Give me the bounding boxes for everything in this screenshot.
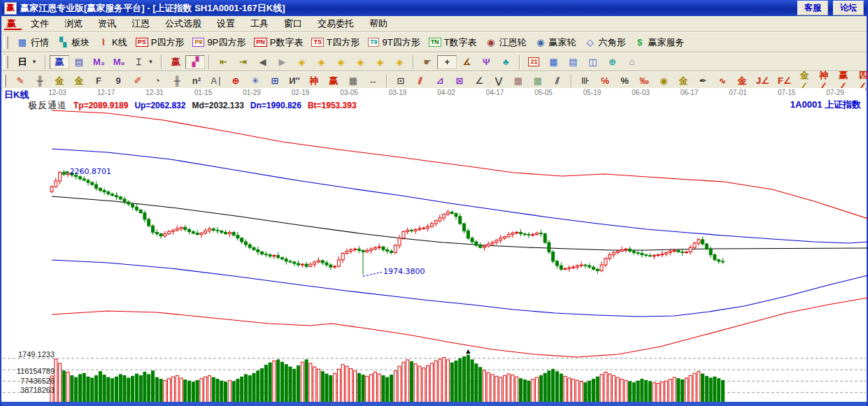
spider-web-button[interactable]: ✳ xyxy=(246,74,265,88)
winner-wheel-button[interactable]: ◉赢家轮 xyxy=(531,35,581,50)
time-cycle-button[interactable]: ◔ xyxy=(148,74,167,88)
draw-pen-button[interactable]: ✎ xyxy=(10,74,30,88)
zigzag-wave-button[interactable]: ⋁ xyxy=(489,74,508,88)
gann-tool-button[interactable]: Ψ xyxy=(476,55,496,69)
calendar-button[interactable]: 21 xyxy=(524,56,543,68)
percent-line-button[interactable]: ℅ xyxy=(595,74,615,88)
gold-fence-1-button[interactable]: 金 xyxy=(50,74,69,88)
ink-marker-button[interactable]: ✒ xyxy=(693,74,713,88)
fan-lines-button[interactable]: ⫽ xyxy=(411,74,430,88)
p-square-button[interactable]: PSP四方形 xyxy=(131,35,189,50)
minute-3-button[interactable]: M₃ xyxy=(89,55,109,69)
forum-button[interactable]: 论坛 xyxy=(833,1,864,15)
chart-panel[interactable]: 极反通道 Tp=2089.9189Up=2062.832Md=2032.133D… xyxy=(3,99,865,402)
chart-canvas[interactable]: ▲◄2260.87011974.3800 xyxy=(3,99,868,402)
p-number-table-button[interactable]: PNP数字表 xyxy=(250,35,307,50)
last-bar-button[interactable]: ⇥ xyxy=(233,55,252,69)
fan-grid-button[interactable]: ⊠ xyxy=(450,74,469,88)
gold-fence-2-button[interactable]: 金 xyxy=(69,74,89,88)
wave-line-button[interactable]: ∿ xyxy=(713,74,732,88)
histogram-button[interactable]: ▞ xyxy=(185,55,205,69)
menu-item-7[interactable]: 窗口 xyxy=(276,16,310,31)
toolbar-grip[interactable] xyxy=(3,56,8,68)
grid-fence-3-button[interactable]: ╫ xyxy=(167,74,187,88)
price-grid-2-button[interactable]: ▦ xyxy=(528,74,548,88)
save-button[interactable]: ◫ xyxy=(583,55,602,69)
number-grid-button[interactable]: ▦ xyxy=(343,74,363,88)
diamond-right-button[interactable]: ◈ xyxy=(311,55,331,69)
kline-button[interactable]: ⌇K线 xyxy=(94,35,131,50)
menu-item-2[interactable]: 资讯 xyxy=(90,16,124,31)
system-info-button[interactable]: ⌂ xyxy=(622,55,641,69)
n-square-button[interactable]: n² xyxy=(187,74,206,88)
gold-angle-button[interactable]: 金∠ xyxy=(796,74,816,88)
t-number-table-button[interactable]: TNT数字表 xyxy=(425,35,481,50)
candle-style-button[interactable]: ⌶▼ xyxy=(129,55,157,69)
quotes-button[interactable]: ▦行情 xyxy=(13,35,53,50)
toolbar-grip[interactable] xyxy=(3,75,6,87)
trend-angle-button[interactable]: ∠ xyxy=(469,74,489,88)
crosshair-tool-button[interactable]: + xyxy=(437,55,457,69)
menu-item-4[interactable]: 公式选股 xyxy=(157,16,209,31)
scale-ruler-button[interactable]: ⊪ xyxy=(576,74,595,88)
shen-tool-button[interactable]: 神 xyxy=(304,74,324,88)
gann-wheel-button[interactable]: ◉江恩轮 xyxy=(481,35,531,50)
toolbar-grip[interactable] xyxy=(3,36,8,49)
diamond-all-button[interactable]: ◈ xyxy=(390,55,409,69)
menu-logo-icon[interactable]: 赢 xyxy=(4,18,22,30)
prev-bar-button[interactable]: ◀ xyxy=(252,55,272,69)
grid-fence-1-button[interactable]: ╫ xyxy=(30,74,50,88)
angle-measure-button[interactable]: ∡ xyxy=(457,55,476,69)
percent-button[interactable]: % xyxy=(615,74,634,88)
menu-item-6[interactable]: 工具 xyxy=(243,16,276,31)
parallel-channel-button[interactable]: ⫽ xyxy=(548,74,567,88)
a-divider-button[interactable]: A∣ xyxy=(206,74,226,88)
pattern-tool-button[interactable]: ♣ xyxy=(496,55,515,69)
menu-item-9[interactable]: 帮助 xyxy=(362,16,395,31)
diamond-x-button[interactable]: ◈ xyxy=(350,55,370,69)
box-range-button[interactable]: ⊡ xyxy=(391,74,411,88)
gold-circle-button[interactable]: ◉ xyxy=(654,74,674,88)
sectors-button[interactable]: ▚板块 xyxy=(53,35,94,50)
menu-item-3[interactable]: 江恩 xyxy=(124,16,157,31)
next-bar-button[interactable]: ▶ xyxy=(272,55,292,69)
menu-item-8[interactable]: 交易委托 xyxy=(310,16,362,31)
online-update-button[interactable]: ⊕ xyxy=(602,55,622,69)
diamond-plus-button[interactable]: ◈ xyxy=(370,55,390,69)
red-marker-button[interactable]: ✐ xyxy=(128,74,148,88)
winner-service-button[interactable]: $赢家服务 xyxy=(630,35,689,50)
notepad-button[interactable]: ▤ xyxy=(563,55,583,69)
permille-button[interactable]: ‰ xyxy=(634,74,654,88)
menu-item-5[interactable]: 设置 xyxy=(209,16,243,31)
price-grid-1-button[interactable]: ▦ xyxy=(508,74,528,88)
menu-item-1[interactable]: 浏览 xyxy=(57,16,90,31)
winner-red-button[interactable]: 赢 xyxy=(166,55,185,69)
fan-box-button[interactable]: ⊿ xyxy=(430,74,450,88)
9t-square-button[interactable]: T99T四方形 xyxy=(364,35,425,50)
si-angle-button[interactable]: 四∠ xyxy=(855,74,868,88)
first-bar-button[interactable]: ⇤ xyxy=(213,55,233,69)
diamond-left-button[interactable]: ◈ xyxy=(292,55,311,69)
n-wave-button[interactable]: И″ xyxy=(285,74,304,88)
t-square-button[interactable]: TST四方形 xyxy=(307,35,363,50)
winner-blue-button[interactable]: 赢 xyxy=(50,55,69,69)
width-measure-button[interactable]: ↔ xyxy=(363,74,383,88)
9p-square-button[interactable]: P99P四方形 xyxy=(188,35,250,50)
report-button[interactable]: ▤ xyxy=(69,55,89,69)
ying-angle-button[interactable]: 赢∠ xyxy=(835,74,855,88)
title-bar[interactable]: 赢 赢家江恩专业版[赢家服务平台] - [上证指数 SH1A0001-167日K… xyxy=(1,0,867,16)
period-selector-button[interactable]: 日▼ xyxy=(13,55,41,69)
hand-tool-button[interactable]: ☛ xyxy=(418,55,437,69)
boxed-web-button[interactable]: ⊞ xyxy=(265,74,285,88)
j-angle-button[interactable]: J∠ xyxy=(752,74,774,88)
shen-angle-button[interactable]: 神∠ xyxy=(816,74,835,88)
gann-circle-button[interactable]: ⊕ xyxy=(226,74,246,88)
customer-service-button[interactable]: 客服 xyxy=(797,1,828,15)
ying-tool-button[interactable]: 赢 xyxy=(324,74,343,88)
gold-wave-button[interactable]: 金 xyxy=(732,74,752,88)
calculator-button[interactable]: ▦ xyxy=(543,55,563,69)
hexagon-button[interactable]: ◇六角形 xyxy=(581,35,630,50)
diamond-h-button[interactable]: ◈ xyxy=(331,55,350,69)
f-angle-button[interactable]: F∠ xyxy=(774,74,796,88)
gold-level-button[interactable]: 金 xyxy=(674,74,693,88)
